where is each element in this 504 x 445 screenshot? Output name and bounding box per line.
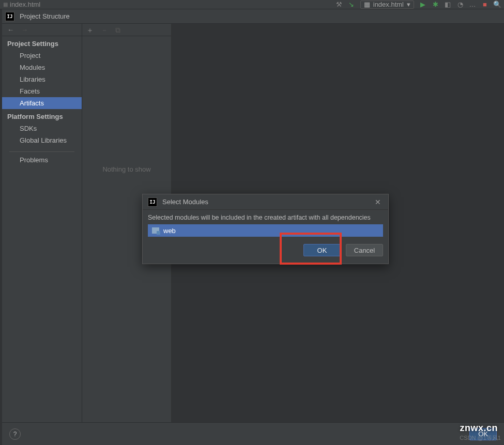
window-titlebar: IJ Project Structure — [2, 9, 504, 24]
add-icon[interactable]: ＋ — [86, 26, 94, 34]
sidebar: ← → Project Settings Project Modules Lib… — [2, 24, 82, 422]
module-item-web[interactable]: web — [148, 224, 383, 237]
run-icon[interactable]: ▶ — [419, 1, 426, 8]
editor-tab-label: index.html — [10, 1, 40, 8]
close-icon[interactable]: ✕ — [373, 197, 383, 207]
dialog-title: Select Modules — [162, 198, 208, 206]
hammer-icon[interactable]: ↘ — [348, 1, 355, 8]
run-config-label: index.html — [373, 1, 404, 8]
dialog-titlebar: IJ Select Modules ✕ — [143, 194, 388, 210]
dialog-ok-button[interactable]: OK — [303, 244, 341, 256]
artifacts-toolbar: ＋ － ⧉ — [82, 24, 171, 36]
html-file-icon: ▦ — [3, 2, 8, 7]
nav-back-icon[interactable]: ← — [7, 26, 14, 34]
sidebar-item-global-libraries[interactable]: Global Libraries — [2, 134, 82, 146]
dialog-actions: OK Cancel — [143, 237, 388, 264]
sidebar-item-facets[interactable]: Facets — [2, 85, 82, 97]
help-icon[interactable]: ? — [9, 428, 21, 440]
module-list: web — [148, 224, 383, 237]
build-icon[interactable]: ⚒ — [335, 1, 343, 8]
sidebar-item-libraries[interactable]: Libraries — [2, 73, 82, 85]
sidebar-item-problems[interactable]: Problems — [2, 154, 82, 166]
more-icon[interactable]: … — [469, 1, 476, 8]
intellij-icon: IJ — [148, 197, 157, 207]
coverage-icon[interactable]: ◧ — [444, 1, 451, 8]
window-footer: ? OK — [2, 422, 504, 445]
stop-icon[interactable]: ■ — [481, 1, 488, 8]
run-config-icon: ▦ — [364, 1, 370, 8]
dialog-cancel-button[interactable]: Cancel — [346, 244, 383, 256]
dialog-cancel-label: Cancel — [354, 247, 375, 254]
csdn-watermark: CSDN @1等风1 — [460, 434, 501, 442]
sidebar-item-modules[interactable]: Modules — [2, 62, 82, 73]
sidebar-section-project-settings: Project Settings — [2, 36, 82, 50]
intellij-icon: IJ — [5, 12, 14, 21]
empty-text: Nothing to show — [102, 165, 150, 173]
select-modules-dialog: IJ Select Modules ✕ Selected modules wil… — [142, 194, 389, 264]
profiler-icon[interactable]: ◔ — [456, 1, 464, 8]
sidebar-item-project[interactable]: Project — [2, 50, 82, 62]
remove-icon[interactable]: － — [101, 26, 108, 34]
chevron-down-icon: ▾ — [407, 1, 410, 8]
sidebar-divider — [9, 151, 74, 152]
watermark: znwx.cn — [460, 423, 498, 434]
copy-icon[interactable]: ⧉ — [115, 26, 120, 34]
module-folder-icon — [152, 227, 159, 234]
module-item-label: web — [163, 227, 176, 235]
debug-icon[interactable]: ✱ — [432, 1, 439, 8]
ide-background: ▦ index.html ⚒ ↘ ▦ index.html ▾ ▶ ✱ ◧ ◔ … — [0, 0, 504, 445]
dialog-ok-label: OK — [317, 247, 327, 254]
editor-tab[interactable]: ▦ index.html — [3, 1, 40, 8]
sidebar-nav: ← → — [2, 24, 82, 36]
run-config-dropdown[interactable]: ▦ index.html ▾ — [360, 1, 414, 9]
window-title: Project Structure — [20, 12, 70, 20]
dialog-description: Selected modules will be included in the… — [143, 210, 388, 224]
ide-topbar: ▦ index.html ⚒ ↘ ▦ index.html ▾ ▶ ✱ ◧ ◔ … — [0, 0, 504, 9]
search-icon[interactable]: 🔍 — [494, 1, 501, 8]
sidebar-section-platform-settings: Platform Settings — [2, 109, 82, 122]
sidebar-item-sdks[interactable]: SDKs — [2, 122, 82, 134]
sidebar-item-artifacts[interactable]: Artifacts — [2, 97, 82, 109]
nav-forward-icon[interactable]: → — [21, 26, 28, 34]
ide-toolbar-right: ⚒ ↘ ▦ index.html ▾ ▶ ✱ ◧ ◔ … ■ 🔍 — [335, 1, 501, 9]
